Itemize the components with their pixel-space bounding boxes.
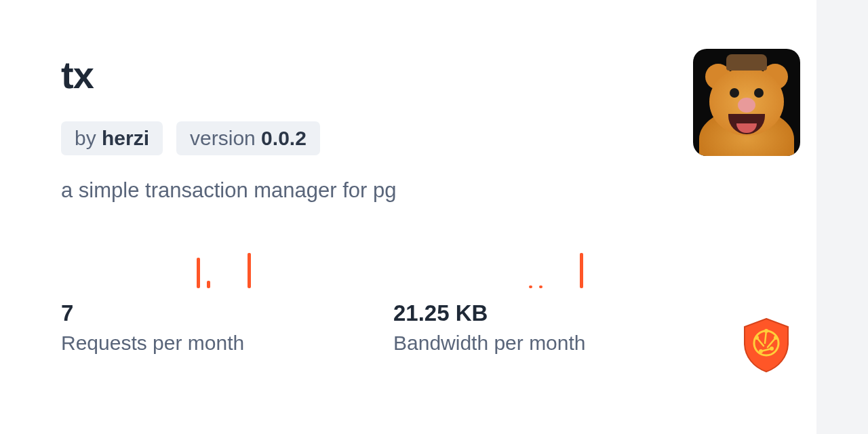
version-badge[interactable]: version 0.0.2 [176,121,320,155]
spark-bar [248,253,251,288]
author-avatar[interactable] [693,49,800,156]
author-badge[interactable]: by herzi [61,121,163,155]
bandwidth-stat: 21.25 KB Bandwidth per month [393,250,726,355]
svg-point-3 [759,349,763,353]
spark-bar [539,285,542,288]
svg-point-4 [770,347,774,351]
bandwidth-label: Bandwidth per month [393,332,726,355]
svg-point-5 [764,329,768,333]
package-description: a simple transaction manager for pg [61,178,755,203]
bandwidth-sparkline [393,250,726,288]
requests-label: Requests per month [61,332,393,355]
version-prefix: version [190,127,261,149]
shield-icon [742,317,791,373]
requests-value: 7 [61,300,393,326]
requests-stat: 7 Requests per month [61,250,393,355]
author-name: herzi [102,127,149,149]
avatar-image [693,49,800,156]
spark-bar [529,285,532,288]
package-card: tx by herzi version 0.0.2 a simple trans… [0,0,816,434]
spark-bar [197,258,200,288]
requests-sparkline [61,250,393,288]
svg-point-2 [774,336,778,340]
package-name: tx [61,53,755,97]
version-number: 0.0.2 [261,127,307,149]
spark-bar [580,253,583,288]
stats-row: 7 Requests per month 21.25 KB Bandwidth … [61,250,755,355]
bandwidth-value: 21.25 KB [393,300,726,326]
badge-row: by herzi version 0.0.2 [61,121,755,155]
spark-bar [207,281,210,288]
author-prefix: by [75,127,102,149]
svg-point-1 [755,336,759,340]
